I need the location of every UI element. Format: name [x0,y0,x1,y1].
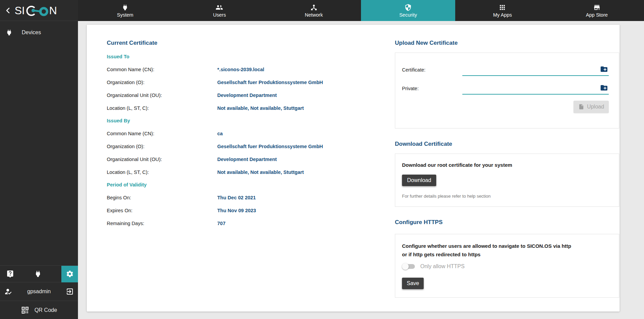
row-label: Common Name (CN): [107,67,217,73]
row-label: Common Name (CN): [107,131,217,137]
row-value: Not available, Not available, Stuttgart [217,170,304,175]
tab-security[interactable]: Security [361,0,455,21]
cert-row: Expires On: Thu Nov 09 2023 [107,208,378,214]
cert-row: Organization (O): Gesellschaft fuer Prod… [107,144,378,149]
qr-code-label: QR Code [35,307,57,313]
only-allow-https-label: Only allow HTTPS [420,263,465,270]
row-value: Thu Nov 09 2023 [217,208,256,214]
row-label: Organizational Unit (OU): [107,93,217,98]
tab-label: App Store [586,12,608,18]
https-description-line2: or if http gets redirected to https [402,250,612,259]
qr-code-icon [21,306,29,314]
tab-label: Security [399,12,417,18]
plug-icon [121,4,129,11]
period-of-validity-heading: Period of Validity [107,182,378,188]
download-certificate-title: Download Certificate [395,141,619,148]
row-label: Expires On: [107,208,217,214]
only-allow-https-toggle[interactable] [403,264,415,269]
sidebar-item-label: Devices [22,29,41,36]
upload-button-label: Upload [587,104,604,110]
cert-row: Common Name (CN): *.siconos-2039.local [107,67,378,73]
tab-users[interactable]: Users [172,0,266,21]
logo-text-left: SI [15,4,25,17]
settings-button[interactable] [61,266,78,282]
download-certificate-box: Download our root certificate for your s… [395,154,619,207]
storefront-icon [593,4,601,11]
tab-label: My Apps [493,12,512,18]
user-row: gpsadmin [0,282,78,301]
tab-label: Users [213,12,226,18]
people-icon [216,4,223,11]
sidebar-header: SI N [0,0,78,21]
download-button[interactable]: Download [402,175,436,186]
logout-button[interactable] [66,287,74,296]
row-value: 707 [217,221,225,226]
logout-icon [66,287,74,296]
configure-https-box: Configure whether users are allowed to n… [395,234,619,298]
upload-new-certificate-title: Upload New Certificate [395,40,619,47]
row-value: Development Department [217,93,277,98]
https-toggle-row: Only allow HTTPS [402,263,612,270]
https-description: Configure whether users are allowed to n… [402,242,612,259]
tab-label: System [117,12,133,18]
sidebar-item-devices[interactable]: Devices [0,24,78,41]
folder-plus-icon[interactable] [600,65,608,73]
row-value: Gesellschaft fuer Produktionssysteme Gmb… [217,80,323,85]
tab-my-apps[interactable]: My Apps [455,0,549,21]
save-button[interactable]: Save [402,278,424,289]
device-hub-icon [310,4,318,11]
sidebar: SI N Devices [0,0,78,319]
row-value: Not available, Not available, Stuttgart [217,105,304,111]
certificate-field-label: Certificate: [402,67,462,76]
toggle-knob [402,263,409,270]
tab-app-store[interactable]: App Store [550,0,644,21]
help-button[interactable] [6,270,14,278]
back-button[interactable] [3,6,13,15]
row-label: Begins On: [107,195,217,201]
private-field-row: Private: [402,83,609,95]
tab-label: Network [305,12,323,18]
logo-text-right: N [49,4,57,17]
file-icon [578,104,584,110]
cert-row: Common Name (CN): ca [107,131,378,137]
cert-row: Organizational Unit (OU): Development De… [107,157,378,162]
devices-shortcut-button[interactable] [34,270,42,278]
upload-button[interactable]: Upload [573,101,609,113]
download-description: Download our root certificate for your s… [402,162,612,168]
person-check-icon [4,287,12,296]
cert-row: Remaining Days: 707 [107,221,378,226]
row-label: Location (L, ST, C): [107,170,217,175]
security-content-card: Current Certificate Issued To Common Nam… [87,25,620,312]
chevron-left-icon [4,7,12,14]
gear-icon [66,270,74,278]
plug-icon [5,29,13,36]
current-certificate-title: Current Certificate [107,40,378,47]
row-label: Organization (O): [107,144,217,149]
cert-row: Location (L, ST, C): Not available, Not … [107,105,378,111]
live-help-icon [6,270,14,278]
row-label: Organization (O): [107,80,217,85]
qr-code-button[interactable]: QR Code [0,301,78,319]
tab-system[interactable]: System [78,0,172,21]
top-navigation: System Users Network Security My Apps Ap… [78,0,644,21]
tab-network[interactable]: Network [267,0,361,21]
folder-plus-icon[interactable] [600,84,608,92]
issued-by-heading: Issued By [107,118,378,124]
row-label: Location (L, ST, C): [107,105,217,111]
row-value: Gesellschaft fuer Produktionssysteme Gmb… [217,144,323,149]
username: gpsadmin [12,288,66,295]
plug-icon [34,270,42,278]
cert-row: Organization (O): Gesellschaft fuer Prod… [107,80,378,85]
sidebar-footer: gpsadmin QR Code [0,265,78,319]
private-field-label: Private: [402,86,462,95]
page-background: Current Certificate Issued To Common Nam… [78,21,644,319]
certificate-file-input[interactable] [462,64,609,75]
sicon-logo: SI N [14,4,64,17]
private-key-file-input[interactable] [462,83,609,94]
row-value: Development Department [217,157,277,162]
download-note: For further details please refer to help… [402,194,612,199]
row-value: ca [217,131,223,137]
https-description-line1: Configure whether users are allowed to n… [402,242,612,250]
row-value: *.siconos-2039.local [217,67,264,73]
upload-certificate-box: Certificate: Private: [395,53,619,128]
